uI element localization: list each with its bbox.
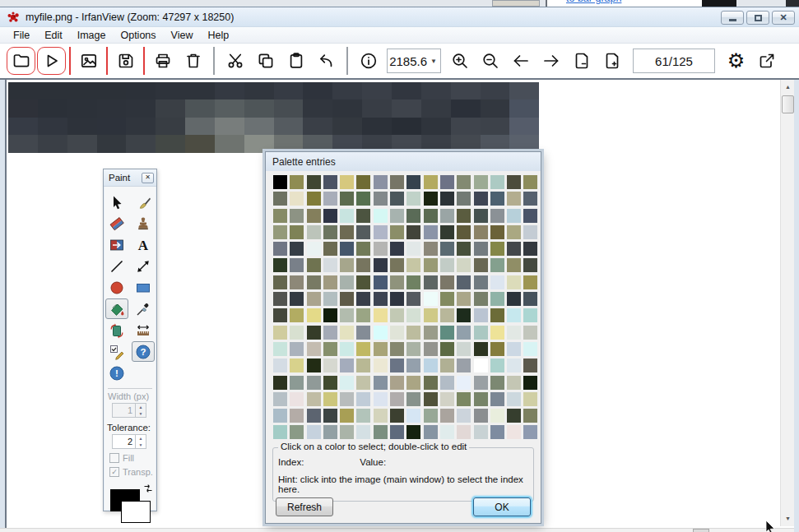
palette-swatch[interactable] — [474, 209, 488, 223]
palette-swatch[interactable] — [340, 308, 354, 322]
palette-swatch[interactable] — [490, 292, 504, 306]
pointer-tool[interactable] — [105, 192, 128, 212]
palette-swatch[interactable] — [340, 409, 354, 423]
palette-swatch[interactable] — [340, 192, 354, 206]
arrow-line-tool[interactable] — [132, 256, 155, 276]
palette-swatch[interactable] — [507, 192, 521, 206]
palette-swatch[interactable] — [406, 192, 420, 206]
measure-tool[interactable] — [132, 320, 155, 340]
palette-swatch[interactable] — [273, 425, 287, 439]
palette-swatch[interactable] — [523, 192, 537, 206]
rectangle-tool[interactable] — [132, 277, 155, 298]
palette-swatch[interactable] — [273, 225, 287, 239]
palette-swatch[interactable] — [273, 258, 287, 272]
palette-swatch[interactable] — [523, 275, 537, 289]
palette-swatch[interactable] — [273, 342, 287, 356]
next-file-button[interactable] — [537, 47, 565, 75]
palette-swatch[interactable] — [374, 342, 388, 356]
palette-swatch[interactable] — [356, 308, 370, 322]
palette-swatch[interactable] — [390, 242, 404, 256]
palette-swatch[interactable] — [406, 258, 420, 272]
palette-swatch[interactable] — [390, 326, 404, 340]
menu-options[interactable]: Options — [113, 28, 163, 43]
palette-swatch[interactable] — [307, 326, 321, 340]
palette-swatch[interactable] — [440, 275, 454, 289]
palette-swatch[interactable] — [523, 342, 537, 356]
palette-swatch[interactable] — [273, 192, 287, 206]
ellipse-tool[interactable] — [105, 277, 128, 298]
palette-swatch[interactable] — [440, 209, 454, 223]
menu-view[interactable]: View — [164, 28, 201, 43]
page-remove-button[interactable] — [567, 47, 596, 75]
palette-swatch[interactable] — [390, 175, 404, 189]
palette-swatch[interactable] — [356, 392, 370, 406]
palette-swatch[interactable] — [340, 425, 354, 439]
palette-swatch[interactable] — [490, 192, 504, 206]
page-add-button[interactable] — [597, 47, 626, 75]
palette-swatch[interactable] — [474, 392, 488, 406]
palette-swatch[interactable] — [523, 326, 537, 340]
palette-swatch[interactable] — [457, 308, 471, 322]
palette-swatch[interactable] — [424, 342, 438, 356]
palette-swatch[interactable] — [374, 192, 388, 206]
palette-swatch[interactable] — [523, 209, 537, 223]
palette-swatch[interactable] — [323, 209, 337, 223]
palette-swatch[interactable] — [340, 209, 354, 223]
palette-swatch[interactable] — [307, 342, 321, 356]
palette-swatch[interactable] — [523, 376, 537, 390]
palette-swatch[interactable] — [340, 376, 354, 390]
palette-swatch[interactable] — [440, 192, 454, 206]
palette-swatch[interactable] — [457, 242, 471, 256]
palette-swatch[interactable] — [490, 392, 504, 406]
palette-swatch[interactable] — [307, 376, 321, 390]
palette-swatch[interactable] — [374, 392, 388, 406]
palette-swatch[interactable] — [507, 258, 521, 272]
palette-swatch[interactable] — [307, 242, 321, 256]
palette-swatch[interactable] — [424, 392, 438, 406]
stepper-down-icon[interactable]: ▼ — [136, 442, 146, 448]
palette-swatch[interactable] — [474, 326, 488, 340]
fill-bucket-tool[interactable] — [105, 298, 128, 319]
palette-swatch[interactable] — [273, 209, 287, 223]
palette-swatch[interactable] — [323, 225, 337, 239]
rotate-tool[interactable] — [105, 320, 128, 340]
palette-swatch[interactable] — [390, 258, 404, 272]
palette-swatch[interactable] — [523, 308, 537, 322]
palette-swatch[interactable] — [323, 376, 337, 390]
palette-swatch[interactable] — [273, 308, 287, 322]
palette-swatch[interactable] — [490, 258, 504, 272]
palette-swatch[interactable] — [340, 392, 354, 406]
thumbnails-button[interactable] — [74, 47, 103, 75]
palette-swatch[interactable] — [356, 359, 370, 372]
palette-swatch[interactable] — [424, 376, 438, 390]
palette-swatch[interactable] — [340, 359, 354, 372]
palette-swatch[interactable] — [323, 258, 337, 272]
palette-swatch[interactable] — [440, 292, 454, 306]
palette-swatch[interactable] — [490, 409, 504, 423]
palette-swatch[interactable] — [273, 275, 287, 289]
vertical-scrollbar[interactable]: ▲ ▼ — [780, 80, 794, 526]
palette-swatch[interactable] — [340, 175, 354, 189]
palette-swatch[interactable] — [390, 209, 404, 223]
palette-swatch[interactable] — [374, 209, 388, 223]
palette-swatch[interactable] — [490, 326, 504, 340]
paint-panel-titlebar[interactable]: Paint ✕ — [104, 169, 156, 187]
palette-swatch[interactable] — [507, 425, 521, 439]
palette-swatch[interactable] — [290, 192, 304, 206]
palette-swatch[interactable] — [457, 359, 471, 372]
palette-swatch[interactable] — [457, 258, 471, 272]
print-button[interactable] — [148, 47, 177, 75]
palette-swatch[interactable] — [390, 225, 404, 239]
palette-swatch[interactable] — [290, 425, 304, 439]
palette-swatch[interactable] — [406, 242, 420, 256]
palette-swatch[interactable] — [406, 225, 420, 239]
palette-swatch[interactable] — [390, 409, 404, 423]
palette-swatch[interactable] — [424, 359, 438, 372]
palette-swatch[interactable] — [323, 425, 337, 439]
palette-swatch[interactable] — [290, 175, 304, 189]
palette-swatch[interactable] — [424, 242, 438, 256]
palette-swatch[interactable] — [507, 342, 521, 356]
palette-swatch[interactable] — [424, 275, 438, 289]
palette-swatch[interactable] — [406, 376, 420, 390]
clone-stamp-tool[interactable] — [132, 213, 155, 234]
